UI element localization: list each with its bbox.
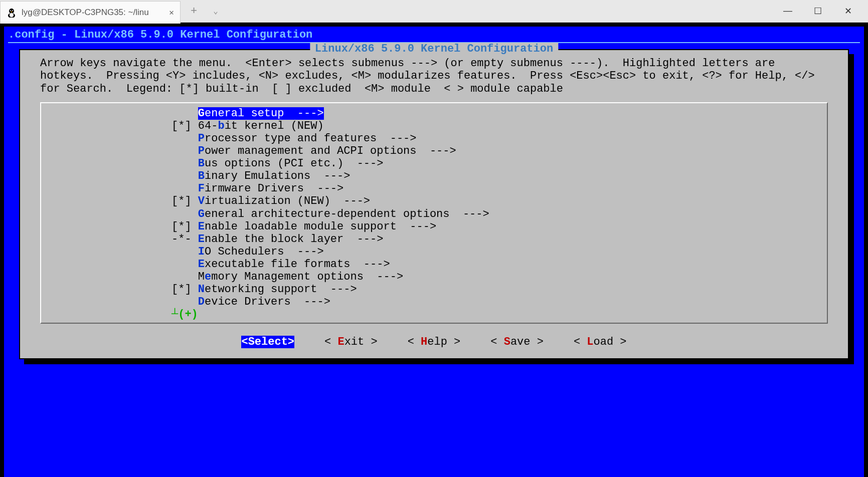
maximize-button[interactable]: ☐ [813, 6, 823, 17]
menu-item-6[interactable]: Firmware Drivers ---> [171, 182, 827, 195]
menu-item-12[interactable]: Executable file formats ---> [171, 258, 827, 271]
new-tab-button[interactable]: + [181, 5, 207, 18]
terminal-tab[interactable]: lyg@DESKTOP-C3PNG35: ~/linu ✕ [0, 1, 181, 24]
help-button[interactable]: < Help > [408, 336, 461, 348]
menu-item-10[interactable]: -*- Enable the block layer ---> [171, 233, 827, 246]
menu-item-11[interactable]: IO Schedulers ---> [171, 246, 827, 258]
tux-icon [7, 8, 17, 18]
menu-item-14[interactable]: [*] Networking support ---> [171, 283, 827, 296]
menu-item-1[interactable]: [*] 64-bit kernel (NEW) [171, 120, 827, 132]
menu-list[interactable]: General setup --->[*] 64-bit kernel (NEW… [40, 102, 828, 324]
close-window-button[interactable]: ✕ [843, 6, 853, 17]
menu-item-15[interactable]: Device Drivers ---> [171, 296, 827, 308]
menu-item-4[interactable]: Bus options (PCI etc.) ---> [171, 157, 827, 170]
main-dialog: Linux/x86 5.9.0 Kernel Configuration Arr… [19, 49, 849, 359]
menu-item-7[interactable]: [*] Virtualization (NEW) ---> [171, 195, 827, 207]
terminal-area: .config - Linux/x86 5.9.0 Kernel Configu… [0, 23, 868, 477]
svg-point-3 [10, 10, 11, 11]
help-text: Arrow keys navigate the menu. <Enter> se… [40, 50, 828, 102]
minimize-button[interactable]: — [783, 6, 793, 17]
window-titlebar: lyg@DESKTOP-C3PNG35: ~/linu ✕ + ⌄ — ☐ ✕ [0, 0, 868, 23]
menu-item-5[interactable]: Binary Emulations ---> [171, 170, 827, 182]
dialog-title: Linux/x86 5.9.0 Kernel Configuration [310, 43, 558, 55]
menu-item-2[interactable]: Processor type and features ---> [171, 132, 827, 145]
menuconfig-background: .config - Linux/x86 5.9.0 Kernel Configu… [4, 27, 864, 477]
more-indicator: ┴(+) [41, 308, 827, 321]
load-button[interactable]: < Load > [574, 336, 627, 348]
menu-item-9[interactable]: [*] Enable loadable module support ---> [171, 220, 827, 233]
svg-point-4 [12, 10, 13, 11]
menu-item-3[interactable]: Power management and ACPI options ---> [171, 145, 827, 157]
select-button[interactable]: <Select> [241, 336, 294, 348]
menu-item-8[interactable]: General architecture-dependent options -… [171, 208, 827, 220]
svg-point-2 [10, 13, 14, 17]
save-button[interactable]: < Save > [490, 336, 544, 348]
config-path: .config - Linux/x86 5.9.0 Kernel Configu… [4, 27, 864, 42]
button-row: <Select> < Exit > < Help > < Save > < Lo… [40, 334, 828, 350]
close-tab-icon[interactable]: ✕ [169, 8, 174, 18]
tab-title: lyg@DESKTOP-C3PNG35: ~/linu [22, 8, 164, 18]
menu-item-0[interactable]: General setup ---> [171, 107, 827, 120]
tab-dropdown-icon[interactable]: ⌄ [207, 6, 224, 16]
svg-point-0 [9, 9, 14, 14]
exit-button[interactable]: < Exit > [324, 336, 378, 348]
menu-item-13[interactable]: Memory Management options ---> [171, 271, 827, 283]
